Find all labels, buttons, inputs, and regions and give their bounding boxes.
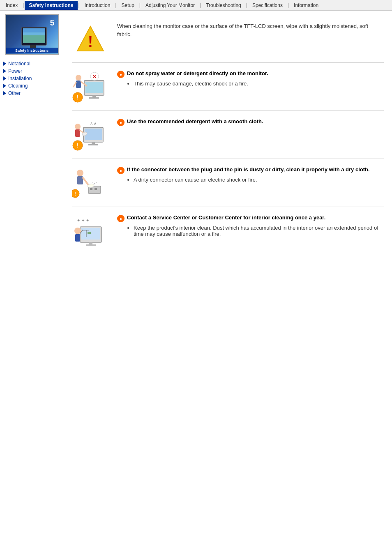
nav-index[interactable]: Index xyxy=(2,1,22,10)
sidebar-nav: Notational Power Installation Cleaning O… xyxy=(0,58,64,99)
section-4-image: ! xyxy=(72,166,109,199)
nav-trouble[interactable]: Troubleshooting xyxy=(202,1,245,10)
svg-text:!: ! xyxy=(88,33,93,50)
section-2: ! ✕ ● Do not spray water or detergent di… xyxy=(72,63,384,111)
nav-sep-2: | xyxy=(78,2,81,8)
section-4-rule-icon: ● xyxy=(117,167,125,174)
section-2-bullets: This may cause damage, electric shock or… xyxy=(127,81,384,87)
arrow-icon-power xyxy=(3,69,6,73)
content-area: ! When cleaning the monitor case or the … xyxy=(64,11,392,263)
nav-sep-6: | xyxy=(245,2,248,8)
section-1-image: ! xyxy=(72,22,109,55)
svg-text:!: ! xyxy=(77,94,79,101)
section-5-bullets: Keep the product's interior clean. Dust … xyxy=(127,225,384,237)
svg-text:∧ ∧: ∧ ∧ xyxy=(90,121,97,126)
sidebar-logo: 5 Safety Instructions xyxy=(5,14,59,55)
nav-sep-5: | xyxy=(199,2,202,8)
section-3-text: ● Use the recommended detergent with a s… xyxy=(117,118,384,129)
nav-bar: Index | Safety Instructions | Introducti… xyxy=(0,0,392,11)
section-4: ! ● If the connector between the plug an… xyxy=(72,159,384,207)
svg-text:✕: ✕ xyxy=(92,73,97,80)
sidebar-label-cleaning: Cleaning xyxy=(8,83,28,89)
svg-point-31 xyxy=(77,170,83,176)
svg-rect-11 xyxy=(89,97,99,99)
section-1: ! When cleaning the monitor case or the … xyxy=(72,15,384,63)
section-5-image: ✦ ✦ ✦ xyxy=(72,214,109,247)
nav-adjust[interactable]: Adjusting Your Monitor xyxy=(141,1,199,10)
sidebar-item-power[interactable]: Power xyxy=(3,67,60,75)
sidebar-label-other: Other xyxy=(8,90,21,96)
section-5-header: ● Contact a Service Center or Customer C… xyxy=(117,214,384,222)
section-2-text: ● Do not spray water or detergent direct… xyxy=(117,70,384,88)
section-2-header: ● Do not spray water or detergent direct… xyxy=(117,70,384,78)
arrow-icon-other xyxy=(3,91,6,95)
svg-point-39 xyxy=(96,182,97,183)
section-2-rule-icon: ● xyxy=(117,71,125,78)
section-4-bullet-1: A dirty connector can cause an electric … xyxy=(134,177,384,183)
sidebar-label-installation: Installation xyxy=(8,76,32,81)
svg-point-12 xyxy=(76,75,81,81)
nav-intro[interactable]: Introduction xyxy=(81,1,115,10)
section-1-paragraph: When cleaning the monitor case or the su… xyxy=(117,22,384,38)
svg-rect-5 xyxy=(23,35,45,43)
section-5-title: Contact a Service Center or Customer Cen… xyxy=(127,214,325,221)
arrow-icon-cleaning xyxy=(3,84,6,88)
section-3-image: ! ∧ ∧ xyxy=(72,118,109,151)
nav-info[interactable]: Information xyxy=(290,1,323,10)
nav-sep-3: | xyxy=(114,2,117,8)
nav-specs[interactable]: Specifications xyxy=(248,1,287,10)
section-4-bullets: A dirty connector can cause an electric … xyxy=(127,177,384,183)
svg-rect-36 xyxy=(95,188,97,190)
svg-rect-2 xyxy=(23,28,45,32)
warning-icon: ! xyxy=(76,24,105,53)
section-3: ! ∧ ∧ ● Use the recommended detergent wi… xyxy=(72,111,384,159)
svg-text:✦ ✦ ✦: ✦ ✦ ✦ xyxy=(77,218,89,223)
nav-safety[interactable]: Safety Instructions xyxy=(25,1,77,10)
svg-rect-32 xyxy=(77,176,83,184)
svg-rect-21 xyxy=(85,129,102,140)
section-2-image: ! ✕ xyxy=(72,70,109,103)
nav-sep-7: | xyxy=(287,2,290,8)
sidebar-label-power: Power xyxy=(8,68,22,74)
nav-sep-4: | xyxy=(138,2,141,8)
svg-rect-9 xyxy=(85,82,103,93)
main-layout: 5 Safety Instructions xyxy=(0,11,392,263)
nav-setup[interactable]: Setup xyxy=(117,1,138,10)
sidebar-item-notational[interactable]: Notational xyxy=(3,60,60,67)
section-3-illus: ! ∧ ∧ xyxy=(72,118,109,151)
svg-text:!: ! xyxy=(77,142,79,149)
svg-rect-49 xyxy=(86,244,96,246)
sidebar: 5 Safety Instructions xyxy=(0,11,64,263)
section-3-header: ● Use the recommended detergent with a s… xyxy=(117,118,384,126)
svg-rect-35 xyxy=(90,188,92,190)
svg-rect-52 xyxy=(75,234,80,242)
section-4-text: ● If the connector between the plug and … xyxy=(117,166,384,184)
svg-point-40 xyxy=(92,182,93,183)
sidebar-item-installation[interactable]: Installation xyxy=(3,75,60,82)
section-3-title: Use the recommended detergent with a smo… xyxy=(127,118,263,124)
arrow-icon-installation xyxy=(3,76,6,81)
section-4-illus: ! xyxy=(72,166,109,199)
nav-sep-1: | xyxy=(22,2,25,8)
section-5-rule-icon: ● xyxy=(117,215,125,222)
svg-rect-23 xyxy=(88,144,98,145)
sidebar-label-notational: Notational xyxy=(8,61,30,67)
svg-line-15 xyxy=(74,83,76,87)
section-2-bullet-1: This may cause damage, electric shock or… xyxy=(134,81,384,87)
section-5-illus: ✦ ✦ ✦ xyxy=(72,214,109,247)
sidebar-item-other[interactable]: Other xyxy=(3,90,60,97)
section-3-rule-icon: ● xyxy=(117,119,125,126)
svg-text:!: ! xyxy=(74,191,76,197)
section-4-title: If the connector between the plug and th… xyxy=(127,166,370,173)
section-5-bullet-1: Keep the product's interior clean. Dust … xyxy=(134,225,384,237)
section-5: ✦ ✦ ✦ ● Contact a Service Center or Cust… xyxy=(72,207,384,255)
svg-rect-25 xyxy=(75,129,80,137)
section-1-text: When cleaning the monitor case or the su… xyxy=(117,22,384,38)
svg-rect-47 xyxy=(88,232,91,234)
section-5-text: ● Contact a Service Center or Customer C… xyxy=(117,214,384,239)
arrow-icon-notational xyxy=(3,62,6,66)
svg-point-24 xyxy=(75,124,81,129)
section-2-illus: ! ✕ xyxy=(72,70,109,103)
sidebar-item-cleaning[interactable]: Cleaning xyxy=(3,82,60,90)
logo-label: Safety Instructions xyxy=(6,48,58,53)
